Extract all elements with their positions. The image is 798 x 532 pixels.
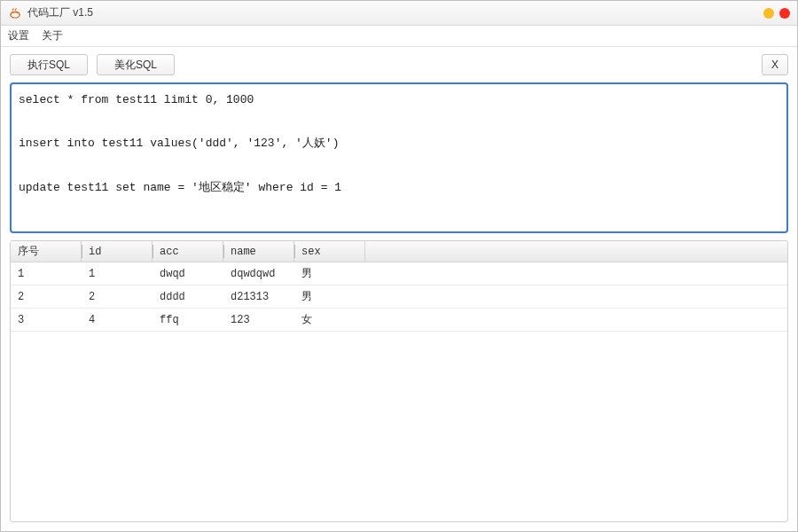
cell: 123 [223,309,294,331]
toolbar: 执行SQL 美化SQL X [10,54,788,75]
app-icon [8,6,22,20]
menu-about[interactable]: 关于 [42,28,63,43]
cell: 1 [11,262,82,285]
cell: 3 [11,309,82,331]
svg-point-0 [11,12,20,18]
execute-sql-button[interactable]: 执行SQL [10,54,88,75]
cell: ffq [153,309,223,331]
table-row[interactable]: 2 2 dddd d21313 男 [11,286,787,309]
col-header-rownum[interactable]: 序号 [11,241,82,262]
beautify-sql-button[interactable]: 美化SQL [97,54,175,75]
cell: dwqd [153,262,223,285]
sql-editor-container [10,82,788,233]
grid-header: 序号 id acc name sex [11,241,787,262]
results-grid: 序号 id acc name sex 1 1 dwqd dqwdqwd 男 2 … [10,240,788,522]
cell: dqwdqwd [223,262,294,285]
cell: 女 [294,309,365,331]
titlebar: 代码工厂 v1.5 [1,1,797,26]
col-header-acc[interactable]: acc [153,241,223,262]
table-row[interactable]: 3 4 ffq 123 女 [11,309,787,332]
cell: 2 [11,286,82,308]
cell: 男 [294,262,365,285]
sql-editor[interactable] [19,90,779,226]
cell: d21313 [223,286,294,308]
cell: 男 [294,286,365,308]
window-controls [763,8,790,19]
menu-settings[interactable]: 设置 [8,28,29,43]
cell: dddd [153,286,223,308]
app-title: 代码工厂 v1.5 [27,5,93,20]
minimize-button[interactable] [763,8,774,19]
cell: 2 [82,286,153,308]
col-header-sex[interactable]: sex [294,241,365,262]
x-button[interactable]: X [762,54,788,75]
table-row[interactable]: 1 1 dwqd dqwdqwd 男 [11,262,787,286]
app-window: 代码工厂 v1.5 设置 关于 执行SQL 美化SQL X 序号 id acc … [0,0,798,532]
col-header-name[interactable]: name [223,241,294,262]
grid-body[interactable]: 1 1 dwqd dqwdqwd 男 2 2 dddd d21313 男 3 4… [11,262,787,521]
cell: 1 [82,262,153,285]
content-area: 执行SQL 美化SQL X 序号 id acc name sex 1 1 dwq… [1,47,797,531]
menubar: 设置 关于 [1,26,797,47]
cell: 4 [82,309,153,331]
col-header-id[interactable]: id [82,241,153,262]
close-button[interactable] [779,8,790,19]
